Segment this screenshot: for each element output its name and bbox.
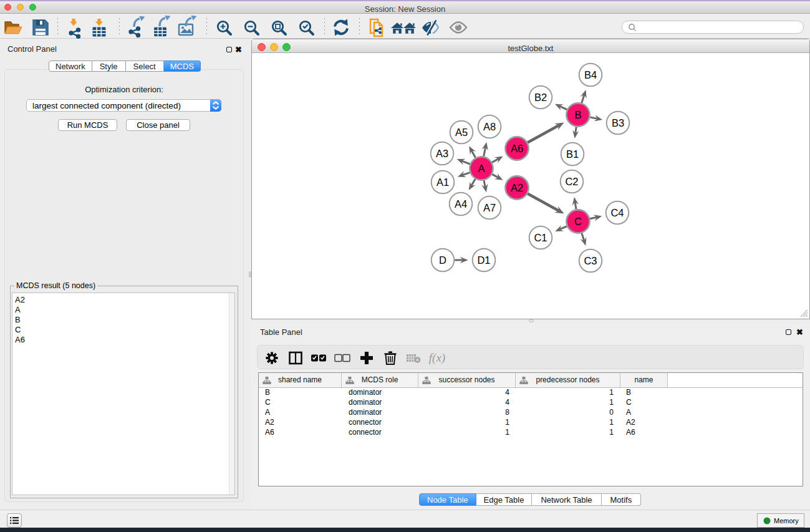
svg-text:B: B: [574, 109, 581, 120]
svg-text:D1: D1: [477, 254, 490, 266]
svg-text:A4: A4: [455, 198, 467, 210]
svg-text:B2: B2: [534, 92, 547, 103]
svg-text:C4: C4: [610, 207, 624, 218]
svg-text:D: D: [439, 254, 446, 266]
svg-text:A6: A6: [511, 143, 523, 154]
svg-text:B1: B1: [566, 148, 579, 160]
svg-text:A8: A8: [483, 121, 496, 132]
svg-text:f(x): f(x): [429, 351, 445, 365]
svg-text:A7: A7: [483, 202, 496, 213]
svg-text:A3: A3: [436, 148, 448, 159]
svg-text:C1: C1: [534, 232, 547, 243]
svg-text:C: C: [574, 216, 582, 227]
svg-text:A1: A1: [436, 177, 449, 188]
svg-text:B4: B4: [584, 69, 597, 80]
svg-text:A5: A5: [455, 127, 468, 138]
svg-text:A: A: [478, 163, 485, 174]
svg-text:B3: B3: [612, 117, 624, 128]
svg-text:A2: A2: [511, 182, 523, 193]
svg-text:C3: C3: [584, 255, 597, 266]
svg-text:C2: C2: [565, 176, 578, 187]
